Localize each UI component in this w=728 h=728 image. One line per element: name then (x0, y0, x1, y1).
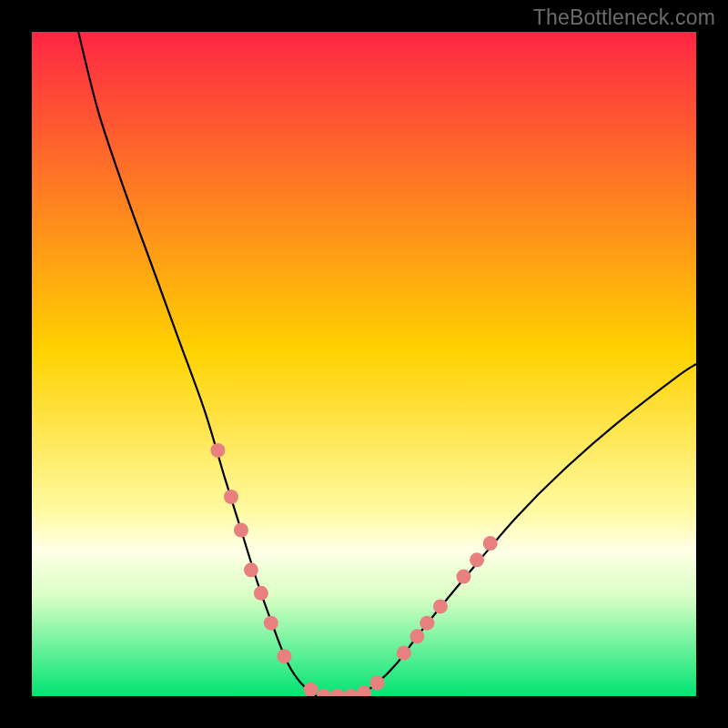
plot-background (32, 32, 696, 696)
marker-point (483, 536, 498, 551)
marker-point (264, 616, 278, 631)
marker-point (433, 599, 448, 613)
marker-point (420, 616, 434, 631)
marker-point (277, 649, 291, 663)
chart-frame: TheBottleneck.com (0, 0, 728, 728)
watermark-text: TheBottleneck.com (533, 5, 715, 30)
bottleneck-chart (0, 0, 728, 728)
marker-point (410, 629, 424, 643)
marker-point (244, 562, 258, 577)
marker-point (470, 552, 484, 567)
marker-point (254, 586, 268, 601)
marker-point (210, 443, 225, 458)
marker-point (234, 523, 248, 538)
marker-point (370, 675, 385, 690)
marker-point (224, 490, 238, 504)
marker-point (397, 646, 411, 661)
marker-point (457, 570, 471, 584)
marker-point (304, 682, 318, 697)
